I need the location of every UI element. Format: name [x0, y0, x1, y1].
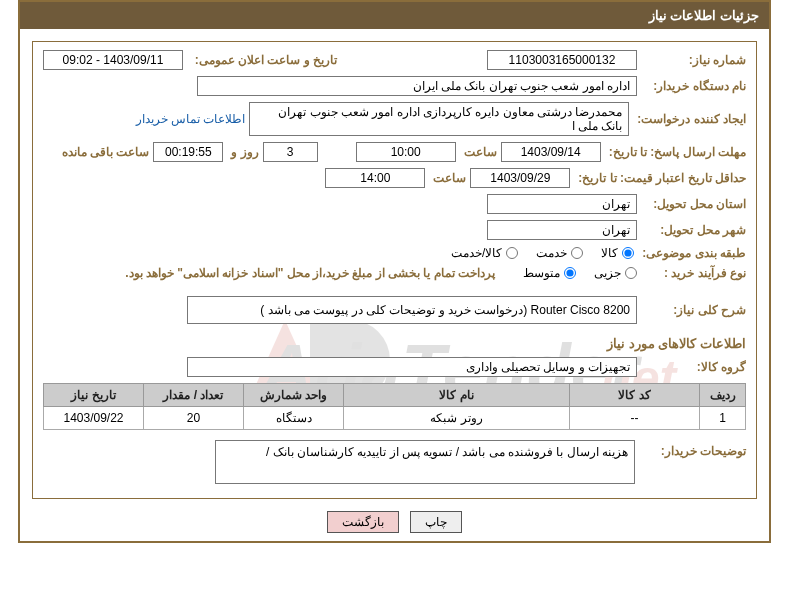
label-remaining: ساعت باقی مانده	[58, 145, 150, 159]
th-row: ردیف	[700, 384, 746, 407]
value-city: تهران	[487, 220, 637, 240]
row-requester: ایجاد کننده درخواست: محمدرضا درشتی معاون…	[43, 102, 746, 136]
row-buyer-org: نام دستگاه خریدار: اداره امور شعب جنوب ت…	[43, 76, 746, 96]
row-purchase-type: نوع فرآیند خرید : جزیی متوسط پرداخت تمام…	[43, 266, 746, 280]
label-province: استان محل تحویل:	[641, 197, 746, 211]
details-box: شماره نیاز: 1103003165000132 تاریخ و ساع…	[32, 41, 757, 499]
value-buyer-org: اداره امور شعب جنوب تهران بانک ملی ایران	[197, 76, 637, 96]
row-city: شهر محل تحویل: تهران	[43, 220, 746, 240]
value-overall-desc: Router Cisco 8200 (درخواست خرید و توضیحا…	[187, 296, 637, 324]
panel-title: جزئیات اطلاعات نیاز	[20, 2, 769, 29]
row-province: استان محل تحویل: تهران	[43, 194, 746, 214]
row-need-no: شماره نیاز: 1103003165000132 تاریخ و ساع…	[43, 50, 746, 70]
value-resp-date: 1403/09/14	[501, 142, 601, 162]
td-need-date: 1403/09/22	[44, 407, 144, 430]
label-overall-desc: شرح کلی نیاز:	[641, 303, 746, 317]
label-requester: ایجاد کننده درخواست:	[633, 112, 746, 126]
buyer-contact-link[interactable]: اطلاعات تماس خریدار	[136, 112, 246, 126]
main-panel: جزئیات اطلاعات نیاز شماره نیاز: 11030031…	[18, 0, 771, 543]
radio-both[interactable]: کالا/خدمت	[451, 246, 518, 260]
label-need-no: شماره نیاز:	[641, 53, 746, 67]
td-code: --	[570, 407, 700, 430]
value-price-valid-date: 1403/09/29	[470, 168, 570, 188]
label-city: شهر محل تحویل:	[641, 223, 746, 237]
value-province: تهران	[487, 194, 637, 214]
radio-service[interactable]: خدمت	[536, 246, 583, 260]
radio-goods[interactable]: کالا	[601, 246, 634, 260]
th-unit: واحد شمارش	[244, 384, 344, 407]
payment-note: پرداخت تمام یا بخشی از مبلغ خرید،از محل …	[125, 266, 495, 280]
label-goods-group: گروه کالا:	[641, 360, 746, 374]
td-unit: دستگاه	[244, 407, 344, 430]
goods-table: ردیف کد کالا نام کالا واحد شمارش تعداد /…	[43, 383, 746, 430]
row-overall-desc: شرح کلی نیاز: Router Cisco 8200 (درخواست…	[43, 296, 746, 324]
label-time-1: ساعت	[460, 145, 497, 159]
label-price-valid: حداقل تاریخ اعتبار قیمت: تا تاریخ:	[574, 171, 746, 185]
table-row: 1 -- روتر شبکه دستگاه 20 1403/09/22	[44, 407, 746, 430]
th-name: نام کالا	[344, 384, 570, 407]
value-goods-group: تجهیزات و وسایل تحصیلی واداری	[187, 357, 637, 377]
th-code: کد کالا	[570, 384, 700, 407]
table-header-row: ردیف کد کالا نام کالا واحد شمارش تعداد /…	[44, 384, 746, 407]
ptype-radio-group: جزیی متوسط	[523, 266, 637, 280]
footer-buttons: چاپ بازگشت	[20, 511, 769, 533]
value-price-valid-time: 14:00	[325, 168, 425, 188]
radio-medium[interactable]: متوسط	[523, 266, 576, 280]
label-buyer-notes: توضیحات خریدار:	[641, 440, 746, 484]
value-days-left: 3	[263, 142, 318, 162]
label-resp-deadline: مهلت ارسال پاسخ: تا تاریخ:	[605, 145, 746, 159]
value-time-left: 00:19:55	[153, 142, 223, 162]
label-time-2: ساعت	[429, 171, 466, 185]
td-qty: 20	[144, 407, 244, 430]
print-button[interactable]: چاپ	[410, 511, 462, 533]
value-announce-dt: 1403/09/11 - 09:02	[43, 50, 183, 70]
value-need-no: 1103003165000132	[487, 50, 637, 70]
label-days-and: روز و	[227, 145, 258, 159]
td-row: 1	[700, 407, 746, 430]
td-name: روتر شبکه	[344, 407, 570, 430]
th-qty: تعداد / مقدار	[144, 384, 244, 407]
label-announce-dt: تاریخ و ساعت اعلان عمومی:	[187, 53, 337, 67]
goods-info-title: اطلاعات کالاهای مورد نیاز	[43, 336, 746, 351]
row-price-valid: حداقل تاریخ اعتبار قیمت: تا تاریخ: 1403/…	[43, 168, 746, 188]
label-category: طبقه بندی موضوعی:	[638, 246, 746, 260]
label-purchase-type: نوع فرآیند خرید :	[641, 266, 746, 280]
label-buyer-org: نام دستگاه خریدار:	[641, 79, 746, 93]
category-radio-group: کالا خدمت کالا/خدمت	[451, 246, 634, 260]
back-button[interactable]: بازگشت	[327, 511, 399, 533]
radio-partial[interactable]: جزیی	[594, 266, 637, 280]
value-resp-time: 10:00	[356, 142, 456, 162]
value-requester: محمدرضا درشتی معاون دایره کارپردازی ادار…	[249, 102, 629, 136]
th-need-date: تاریخ نیاز	[44, 384, 144, 407]
value-buyer-notes: هزینه ارسال با فروشنده می باشد / تسویه پ…	[215, 440, 635, 484]
row-buyer-notes: توضیحات خریدار: هزینه ارسال با فروشنده م…	[43, 440, 746, 484]
row-resp-deadline: مهلت ارسال پاسخ: تا تاریخ: 1403/09/14 سا…	[43, 142, 746, 162]
row-goods-group: گروه کالا: تجهیزات و وسایل تحصیلی واداری	[43, 357, 746, 377]
row-category: طبقه بندی موضوعی: کالا خدمت کالا/خدمت	[43, 246, 746, 260]
